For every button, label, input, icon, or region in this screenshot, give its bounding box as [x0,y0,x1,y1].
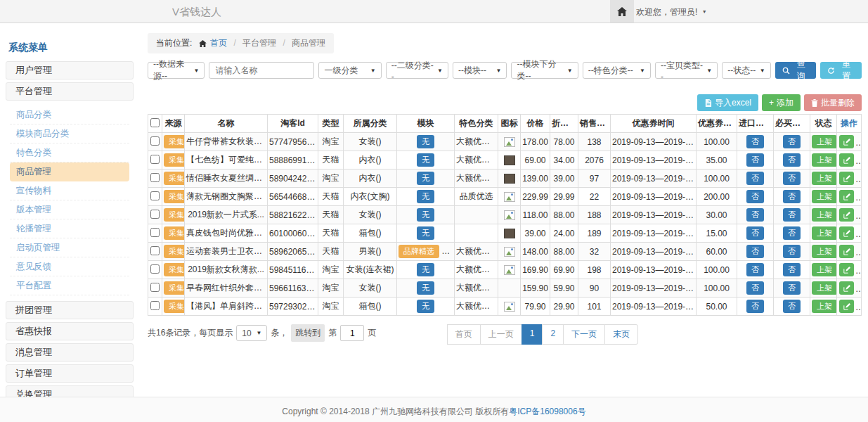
must-buy-toggle[interactable]: 否 [783,245,801,258]
page-button[interactable]: 下一页 [563,324,605,345]
import-optimal-toggle[interactable]: 否 [746,172,764,185]
sidebar-submenu-item[interactable]: 商品管理 [10,162,129,181]
edit-button[interactable] [839,172,854,185]
sidebar-group[interactable]: 兑换管理 [6,385,134,397]
edit-button[interactable] [839,300,854,313]
sidebar-submenu-item[interactable]: 商品分类 [10,106,129,124]
status-toggle[interactable]: 上架 [812,190,837,203]
home-button[interactable] [610,0,634,23]
must-buy-toggle[interactable]: 否 [783,281,801,295]
row-checkbox[interactable] [150,264,160,274]
row-checkbox[interactable] [150,301,160,310]
status-toggle[interactable]: 上架 [812,135,837,148]
must-buy-toggle[interactable]: 否 [783,135,801,148]
edit-button[interactable] [839,135,854,148]
must-buy-toggle[interactable]: 否 [783,263,801,276]
import-optimal-toggle[interactable]: 否 [746,281,764,295]
import-excel-button[interactable]: 导入excel [697,94,758,111]
sidebar-submenu-item[interactable]: 特色分类 [10,143,129,162]
status-toggle[interactable]: 上架 [812,153,837,167]
edit-button[interactable] [839,245,854,258]
import-optimal-toggle[interactable]: 否 [746,226,764,240]
import-optimal-toggle[interactable]: 否 [746,300,764,313]
module-select[interactable]: --模块--▼ [453,62,507,79]
row-checkbox[interactable] [150,210,160,219]
level1-category-select[interactable]: 一级分类▼ [318,62,381,79]
taoke-id: 588869917501 [268,151,318,170]
import-optimal-toggle[interactable]: 否 [746,190,764,203]
edit-button[interactable] [839,226,854,240]
sidebar-submenu-item[interactable]: 轮播管理 [10,219,129,238]
breadcrumb-home-link[interactable]: 首页 [210,38,227,48]
edit-button[interactable] [839,263,854,276]
sidebar-group[interactable]: 平台管理 [6,82,134,101]
product-name: 运动套装男士卫衣初秋... [185,243,268,261]
page-button[interactable]: 2 [542,324,564,345]
must-buy-toggle[interactable]: 否 [783,153,801,167]
must-buy-toggle[interactable]: 否 [783,226,801,240]
row-checkbox[interactable] [150,191,160,200]
sidebar-group[interactable]: 消息管理 [6,343,134,362]
user-menu[interactable]: 欢迎您，管理员! ▼ [636,6,707,18]
product-category: 女装(连衣裙) [344,261,397,279]
page-button[interactable]: 1 [522,324,543,345]
status-toggle[interactable]: 上架 [812,281,837,295]
import-optimal-toggle[interactable]: 否 [746,153,764,167]
sidebar-group[interactable]: 订单管理 [6,364,134,383]
batch-delete-button[interactable]: 批量删除 [804,94,862,111]
row-checkbox[interactable] [150,246,160,255]
status-toggle[interactable]: 上架 [812,208,837,222]
edit-button[interactable] [839,208,854,222]
sidebar-submenu-item[interactable]: 版本管理 [10,200,129,219]
column-header: 操作 [837,115,862,133]
row-checkbox[interactable] [150,155,160,164]
must-buy-toggle[interactable]: 否 [783,190,801,203]
edit-button[interactable] [839,153,854,167]
must-buy-toggle[interactable]: 否 [783,172,801,185]
import-optimal-toggle[interactable]: 否 [746,245,764,258]
search-button[interactable]: 查询 [775,62,817,79]
discount-price: 29.90 [550,298,578,316]
status-toggle[interactable]: 上架 [812,172,837,185]
status-toggle[interactable]: 上架 [812,245,837,258]
row-checkbox[interactable] [150,283,160,292]
import-optimal-toggle[interactable]: 否 [746,263,764,276]
page-button[interactable]: 上一页 [480,324,522,345]
status-toggle[interactable]: 上架 [812,226,837,240]
pagination-summary: 共16条记录，每页显示 10▼ 条， 跳转到 第 页 [148,324,376,342]
page-jump-input[interactable] [340,325,364,341]
status-toggle[interactable]: 上架 [812,263,837,276]
status-toggle[interactable]: 上架 [812,300,837,313]
icp-link[interactable]: 粤ICP备16098006号 [509,407,585,416]
item-type-select[interactable]: --宝贝类型--▼ [655,62,718,79]
sidebar-group[interactable]: 拼团管理 [6,301,134,319]
import-optimal-toggle[interactable]: 否 [746,208,764,222]
sidebar-submenu-item[interactable]: 意见反馈 [10,257,129,276]
module-subcategory-select[interactable]: --模块下分类--▼ [511,62,578,79]
sidebar-submenu-item[interactable]: 宣传物料 [10,181,129,200]
select-all-checkbox[interactable] [150,118,160,127]
sidebar-submenu-item[interactable]: 启动页管理 [10,238,129,257]
row-checkbox[interactable] [150,136,160,146]
edit-button[interactable] [839,281,854,295]
sidebar-group[interactable]: 省惠快报 [6,322,134,340]
row-checkbox[interactable] [150,173,160,182]
must-buy-toggle[interactable]: 否 [783,208,801,222]
import-optimal-toggle[interactable]: 否 [746,135,764,148]
edit-button[interactable] [839,190,854,203]
page-size-select[interactable]: 10▼ [236,325,267,341]
level2-category-select[interactable]: --二级分类--▼ [386,62,448,79]
add-button[interactable]: + 添加 [762,94,801,111]
status-select[interactable]: --状态--▼ [722,62,771,79]
row-checkbox[interactable] [150,228,160,237]
reset-button[interactable]: 重置 [820,62,862,79]
page-button[interactable]: 末页 [604,324,638,345]
data-source-select[interactable]: --数据来源--▼ [148,62,205,79]
page-button[interactable]: 首页 [447,324,481,345]
sidebar-submenu-item[interactable]: 平台配置 [10,276,129,295]
must-buy-toggle[interactable]: 否 [783,300,801,313]
feature-category-select[interactable]: --特色分类--▼ [583,62,651,79]
name-search-input[interactable] [209,62,314,79]
sidebar-group[interactable]: 用户管理 [6,61,134,79]
sidebar-submenu-item[interactable]: 模块商品分类 [10,124,129,143]
